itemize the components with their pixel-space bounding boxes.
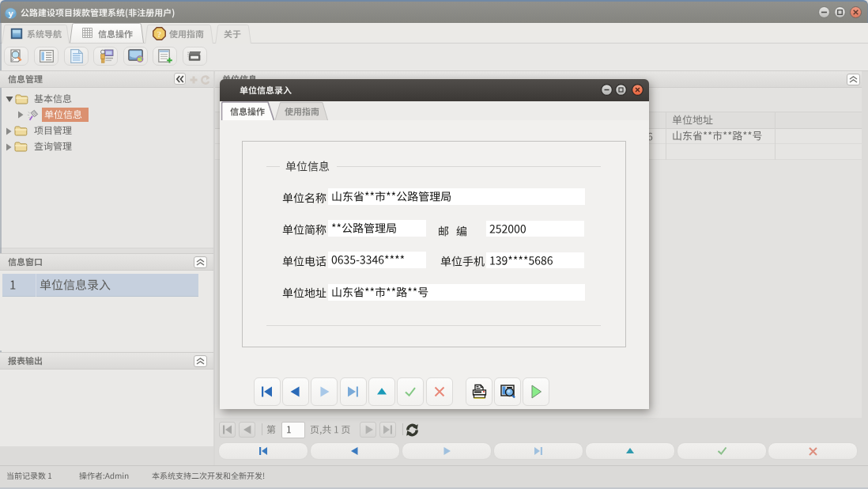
svg-text:?: ? <box>157 29 162 39</box>
svg-text:y: y <box>8 9 13 18</box>
